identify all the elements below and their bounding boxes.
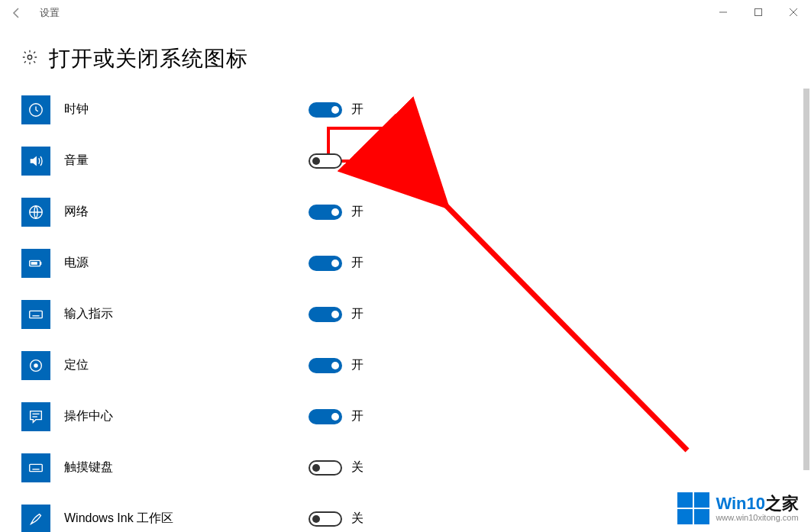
touch-keyboard-icon [21, 453, 50, 482]
network-icon [21, 198, 50, 227]
settings-row: 触摸键盘关 [0, 442, 811, 493]
ime-icon [21, 300, 50, 329]
toggle-wrap: 关 [309, 459, 363, 476]
minimize-button[interactable] [706, 0, 741, 24]
toggle-wrap: 关 [309, 153, 363, 169]
watermark-url: www.win10xitong.com [716, 513, 799, 522]
settings-row-label: 定位 [64, 357, 309, 373]
toggle-state-label: 开 [351, 255, 363, 271]
toggle-switch[interactable] [309, 358, 342, 373]
volume-icon [21, 147, 50, 176]
settings-row: 网络开 [0, 186, 811, 237]
toggle-state-label: 开 [351, 306, 363, 322]
svg-rect-9 [31, 262, 37, 265]
windows-logo-icon [677, 492, 709, 524]
toggle-switch[interactable] [309, 409, 342, 424]
toggle-wrap: 开 [309, 204, 363, 220]
toggle-wrap: 开 [309, 408, 363, 424]
settings-row: 电源开 [0, 237, 811, 289]
settings-row-label: 触摸键盘 [64, 459, 309, 476]
svg-rect-21 [30, 464, 43, 471]
toggle-switch[interactable] [309, 153, 342, 169]
titlebar: 设置 [0, 0, 811, 26]
back-button[interactable] [6, 2, 27, 24]
svg-point-4 [27, 55, 32, 60]
toggle-switch[interactable] [309, 256, 342, 271]
toggle-switch[interactable] [309, 460, 342, 476]
clock-icon [21, 95, 50, 124]
scrollbar[interactable] [803, 89, 809, 470]
power-icon [21, 249, 50, 278]
settings-row-label: 网络 [64, 204, 309, 220]
toggle-switch[interactable] [309, 511, 342, 527]
toggle-wrap: 开 [309, 357, 363, 373]
location-icon [21, 351, 50, 380]
toggle-state-label: 开 [351, 408, 363, 424]
toggle-state-label: 关 [351, 511, 363, 527]
toggle-state-label: 关 [351, 153, 363, 169]
settings-row-label: Windows Ink 工作区 [64, 511, 309, 527]
toggle-wrap: 关 [309, 511, 363, 527]
toggle-switch[interactable] [309, 102, 342, 118]
settings-row-label: 操作中心 [64, 408, 309, 424]
toggle-state-label: 关 [351, 459, 363, 476]
settings-row: 操作中心开 [0, 391, 811, 442]
settings-row: 音量关 [0, 135, 811, 186]
settings-row: 输入指示开 [0, 289, 811, 340]
maximize-button[interactable] [741, 0, 776, 24]
gear-icon [21, 49, 38, 69]
toggle-wrap: 开 [309, 306, 363, 322]
toggle-switch[interactable] [309, 205, 342, 220]
window-controls [706, 0, 811, 24]
settings-list: 时钟开音量关网络开电源开输入指示开定位开操作中心开触摸键盘关Windows In… [0, 84, 811, 532]
settings-row-label: 电源 [64, 255, 309, 271]
page-header: 打开或关闭系统图标 [21, 44, 811, 73]
settings-row-label: 输入指示 [64, 306, 309, 322]
svg-rect-10 [30, 311, 43, 318]
toggle-wrap: 开 [309, 102, 363, 118]
settings-row-label: 时钟 [64, 102, 309, 118]
close-button[interactable] [776, 0, 811, 24]
action-center-icon [21, 402, 50, 431]
toggle-state-label: 开 [351, 357, 363, 373]
settings-row-label: 音量 [64, 153, 309, 169]
page-title: 打开或关闭系统图标 [49, 44, 248, 73]
svg-point-18 [34, 363, 38, 368]
toggle-switch[interactable] [309, 307, 342, 322]
watermark-brand: Win10之家 [716, 495, 799, 513]
watermark: Win10之家 www.win10xitong.com [677, 492, 799, 524]
toggle-state-label: 开 [351, 102, 363, 118]
svg-rect-1 [755, 9, 762, 16]
svg-rect-8 [40, 262, 42, 265]
settings-row: 定位开 [0, 340, 811, 391]
settings-row: 时钟开 [0, 84, 811, 135]
window-title: 设置 [40, 6, 60, 20]
toggle-state-label: 开 [351, 204, 363, 220]
toggle-wrap: 开 [309, 255, 363, 271]
ink-icon [21, 505, 50, 533]
